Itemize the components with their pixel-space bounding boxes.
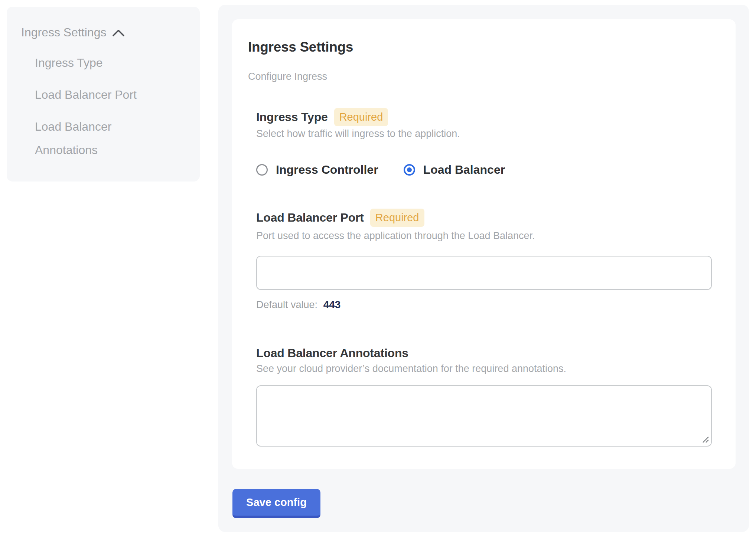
page-subtitle: Configure Ingress [248,71,715,82]
load-balancer-port-label: Load Balancer Port [256,211,364,225]
ingress-type-label: Ingress Type [256,110,328,124]
chevron-up-icon [112,29,125,37]
section-load-balancer-annotations: Load Balancer Annotations See your cloud… [256,345,715,447]
required-badge: Required [334,108,388,126]
load-balancer-annotations-label: Load Balancer Annotations [256,346,408,360]
default-value-row: Default value: 443 [256,299,715,311]
default-value: 443 [323,299,341,310]
sidebar-item-list: Ingress Type Load Balancer Port Load Bal… [21,51,189,162]
sidebar-item-ingress-type[interactable]: Ingress Type [35,51,157,75]
radio-label-ingress-controller[interactable]: Ingress Controller [276,163,378,176]
sidebar-section-ingress-settings[interactable]: Ingress Settings [21,25,189,39]
load-balancer-annotations-textarea[interactable] [256,385,712,447]
radio-selected-icon[interactable] [404,164,415,176]
load-balancer-port-description: Port used to access the application thro… [256,230,715,242]
ingress-settings-card: Ingress Settings Configure Ingress Ingre… [232,19,736,469]
page-title: Ingress Settings [248,39,715,55]
ingress-type-description: Select how traffic will ingress to the a… [256,128,715,140]
sidebar-section-label: Ingress Settings [21,25,106,39]
radio-label-load-balancer[interactable]: Load Balancer [423,163,505,176]
settings-sidebar: Ingress Settings Ingress Type Load Balan… [7,7,200,182]
section-ingress-type: Ingress Type Required Select how traffic… [256,108,715,177]
radio-option-load-balancer[interactable]: Load Balancer [404,163,505,176]
required-badge: Required [370,209,424,227]
sidebar-item-load-balancer-port[interactable]: Load Balancer Port [35,83,157,107]
ingress-type-radio-group: Ingress Controller Load Balancer [256,163,715,177]
radio-dot [407,167,412,172]
save-config-button[interactable]: Save config [232,489,320,518]
default-value-label: Default value: [256,299,317,310]
load-balancer-port-input[interactable] [256,256,712,290]
radio-unselected-icon[interactable] [256,164,268,176]
page: { "sidebar": { "header": { "label": "Ing… [0,0,756,539]
sidebar-item-load-balancer-annotations[interactable]: Load Balancer Annotations [35,115,157,162]
settings-panel: Ingress Settings Configure Ingress Ingre… [218,5,749,532]
section-load-balancer-port: Load Balancer Port Required Port used to… [256,208,715,311]
load-balancer-annotations-description: See your cloud provider’s documentation … [256,363,715,375]
resize-handle-icon[interactable] [701,435,709,443]
radio-option-ingress-controller[interactable]: Ingress Controller [256,163,378,176]
